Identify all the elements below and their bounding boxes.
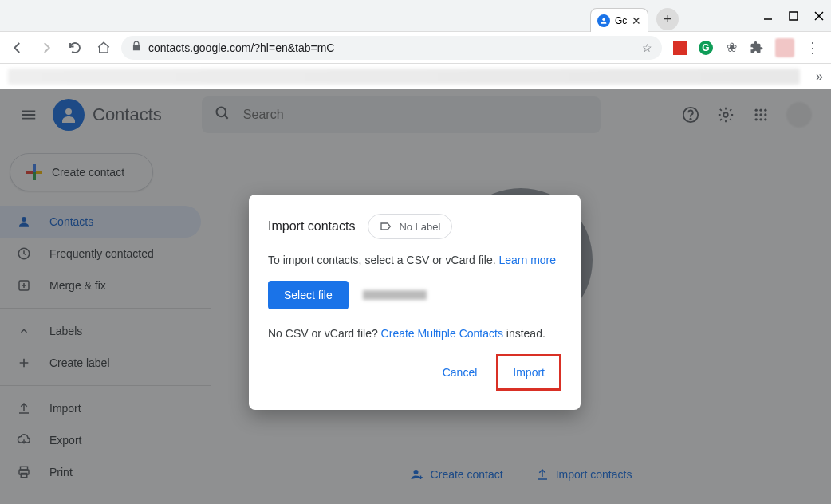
learn-more-link[interactable]: Learn more [498, 254, 556, 266]
label-chip-text: No Label [399, 221, 440, 233]
tab-favicon-icon [597, 14, 610, 27]
import-highlight-box: Import [496, 354, 561, 391]
label-chip[interactable]: No Label [368, 214, 452, 239]
extension-grammarly-icon[interactable]: G [699, 41, 713, 55]
dialog-description: To import contacts, select a CSV or vCar… [268, 254, 561, 266]
create-multiple-link[interactable]: Create Multiple Contacts [381, 327, 503, 340]
import-contacts-dialog: Import contacts No Label To import conta… [249, 195, 581, 410]
close-window-icon[interactable] [813, 10, 825, 22]
tab-title: Gc [615, 15, 627, 26]
browser-menu-icon[interactable]: ⋮ [805, 39, 820, 57]
star-icon[interactable]: ☆ [642, 41, 652, 54]
tab-close-icon[interactable]: ✕ [632, 14, 641, 27]
cancel-button[interactable]: Cancel [430, 354, 490, 391]
maximize-icon[interactable] [788, 10, 799, 22]
lock-icon [131, 41, 142, 54]
svg-line-3 [815, 12, 823, 20]
bookmarks-bar: » [0, 64, 831, 89]
browser-tab[interactable]: Gc ✕ [590, 8, 648, 32]
extension-gray-icon[interactable]: ❀ [724, 41, 738, 55]
minimize-icon[interactable] [762, 10, 774, 22]
dialog-no-file-text: No CSV or vCard file? Create Multiple Co… [268, 327, 561, 340]
svg-rect-2 [790, 12, 798, 20]
bookmarks-overflow-icon[interactable]: » [816, 69, 823, 84]
reload-button[interactable] [64, 37, 86, 59]
extension-red-icon[interactable] [673, 41, 687, 55]
import-button[interactable]: Import [500, 360, 557, 385]
label-icon [380, 220, 392, 233]
url-text: contacts.google.com/?hl=en&tab=mC [148, 41, 334, 54]
extensions-puzzle-icon[interactable] [750, 41, 764, 55]
url-field[interactable]: contacts.google.com/?hl=en&tab=mC ☆ [121, 36, 662, 60]
svg-line-4 [815, 12, 823, 20]
select-file-button[interactable]: Select file [268, 281, 349, 309]
forward-button [35, 37, 57, 59]
back-button[interactable] [6, 37, 29, 59]
dialog-title: Import contacts [268, 219, 355, 234]
home-button[interactable] [93, 37, 115, 59]
profile-chip[interactable] [775, 38, 794, 57]
new-tab-button[interactable]: + [656, 8, 679, 30]
selected-filename [363, 290, 427, 300]
bookmarks-blurred [8, 69, 800, 85]
svg-point-0 [602, 18, 605, 20]
extension-icons: G ❀ ⋮ [668, 38, 825, 57]
address-bar: contacts.google.com/?hl=en&tab=mC ☆ G ❀ … [0, 32, 831, 64]
window-titlebar: Gc ✕ + [0, 0, 831, 32]
tabs-bar: Gc ✕ + [0, 0, 735, 32]
